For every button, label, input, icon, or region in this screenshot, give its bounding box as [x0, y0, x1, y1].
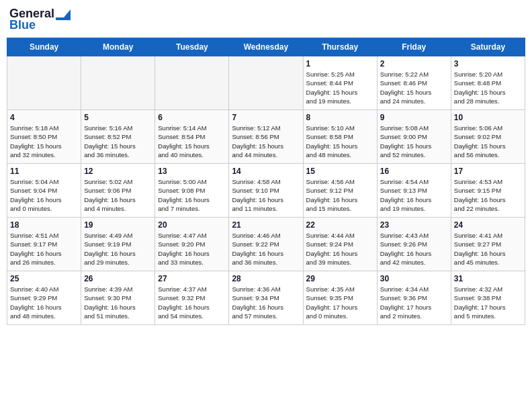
cell-content: Sunrise: 4:58 AMSunset: 9:10 PMDaylight:… [232, 177, 300, 213]
date-number: 15 [306, 167, 374, 176]
calendar-cell: 17Sunrise: 4:53 AMSunset: 9:15 PMDayligh… [451, 164, 525, 218]
calendar-cell: 10Sunrise: 5:06 AMSunset: 9:02 PMDayligh… [451, 110, 525, 164]
calendar-cell: 13Sunrise: 5:00 AMSunset: 9:08 PMDayligh… [155, 164, 229, 218]
date-number: 9 [380, 113, 448, 122]
date-number: 6 [158, 113, 226, 122]
date-number: 24 [454, 220, 522, 230]
cell-content: Sunrise: 4:36 AMSunset: 9:34 PMDaylight:… [232, 285, 300, 320]
calendar-cell: 29Sunrise: 4:35 AMSunset: 9:35 PMDayligh… [303, 271, 377, 325]
date-number: 16 [380, 167, 448, 176]
cell-content: Sunrise: 5:22 AMSunset: 8:46 PMDaylight:… [380, 70, 448, 105]
logo-bird-icon [56, 8, 71, 20]
calendar-body: 1Sunrise: 5:25 AMSunset: 8:44 PMDaylight… [7, 56, 525, 325]
date-number: 25 [10, 274, 78, 283]
cell-content: Sunrise: 5:08 AMSunset: 9:00 PMDaylight:… [380, 124, 448, 159]
cell-content: Sunrise: 4:39 AMSunset: 9:30 PMDaylight:… [84, 285, 152, 320]
calendar-cell: 3Sunrise: 5:20 AMSunset: 8:48 PMDaylight… [451, 56, 525, 110]
cell-content: Sunrise: 4:47 AMSunset: 9:20 PMDaylight:… [158, 231, 226, 267]
calendar-cell [7, 56, 81, 110]
cell-content: Sunrise: 4:35 AMSunset: 9:35 PMDaylight:… [306, 285, 374, 320]
day-header-wednesday: Wednesday [229, 38, 303, 56]
date-number: 10 [454, 113, 522, 122]
calendar-cell: 16Sunrise: 4:54 AMSunset: 9:13 PMDayligh… [377, 164, 451, 218]
cell-content: Sunrise: 4:43 AMSunset: 9:26 PMDaylight:… [380, 231, 448, 267]
date-number: 27 [158, 274, 226, 283]
calendar-cell: 15Sunrise: 4:56 AMSunset: 9:12 PMDayligh… [303, 164, 377, 218]
cell-content: Sunrise: 4:49 AMSunset: 9:19 PMDaylight:… [84, 231, 152, 267]
date-number: 30 [380, 274, 448, 283]
calendar-cell: 19Sunrise: 4:49 AMSunset: 9:19 PMDayligh… [81, 218, 155, 271]
cell-content: Sunrise: 4:56 AMSunset: 9:12 PMDaylight:… [306, 177, 374, 213]
calendar-cell: 26Sunrise: 4:39 AMSunset: 9:30 PMDayligh… [81, 271, 155, 325]
calendar-cell: 9Sunrise: 5:08 AMSunset: 9:00 PMDaylight… [377, 110, 451, 164]
date-number: 13 [158, 167, 226, 176]
calendar-cell: 14Sunrise: 4:58 AMSunset: 9:10 PMDayligh… [229, 164, 303, 218]
calendar-cell: 4Sunrise: 5:18 AMSunset: 8:50 PMDaylight… [7, 110, 81, 164]
day-header-row: SundayMondayTuesdayWednesdayThursdayFrid… [7, 38, 525, 56]
calendar-cell: 22Sunrise: 4:44 AMSunset: 9:24 PMDayligh… [303, 218, 377, 271]
day-header-sunday: Sunday [7, 38, 81, 56]
cell-content: Sunrise: 4:34 AMSunset: 9:36 PMDaylight:… [380, 285, 448, 320]
calendar-cell: 23Sunrise: 4:43 AMSunset: 9:26 PMDayligh… [377, 218, 451, 271]
calendar-cell: 11Sunrise: 5:04 AMSunset: 9:04 PMDayligh… [7, 164, 81, 218]
date-number: 26 [84, 274, 152, 283]
cell-content: Sunrise: 4:54 AMSunset: 9:13 PMDaylight:… [380, 177, 448, 213]
cell-content: Sunrise: 5:06 AMSunset: 9:02 PMDaylight:… [454, 124, 522, 159]
date-number: 2 [380, 59, 448, 68]
calendar-cell: 20Sunrise: 4:47 AMSunset: 9:20 PMDayligh… [155, 218, 229, 271]
cell-content: Sunrise: 4:41 AMSunset: 9:27 PMDaylight:… [454, 231, 522, 267]
date-number: 28 [232, 274, 300, 283]
calendar-cell: 30Sunrise: 4:34 AMSunset: 9:36 PMDayligh… [377, 271, 451, 325]
day-header-tuesday: Tuesday [155, 38, 229, 56]
cell-content: Sunrise: 5:10 AMSunset: 8:58 PMDaylight:… [306, 124, 374, 159]
cell-content: Sunrise: 5:02 AMSunset: 9:06 PMDaylight:… [84, 177, 152, 213]
day-header-saturday: Saturday [451, 38, 525, 56]
calendar-cell: 2Sunrise: 5:22 AMSunset: 8:46 PMDaylight… [377, 56, 451, 110]
calendar-week-2: 4Sunrise: 5:18 AMSunset: 8:50 PMDaylight… [7, 110, 525, 164]
date-number: 5 [84, 113, 152, 122]
date-number: 23 [380, 220, 448, 230]
cell-content: Sunrise: 5:14 AMSunset: 8:54 PMDaylight:… [158, 124, 226, 159]
cell-content: Sunrise: 4:51 AMSunset: 9:17 PMDaylight:… [10, 231, 78, 267]
calendar-week-5: 25Sunrise: 4:40 AMSunset: 9:29 PMDayligh… [7, 271, 525, 325]
day-header-monday: Monday [81, 38, 155, 56]
cell-content: Sunrise: 4:32 AMSunset: 9:38 PMDaylight:… [454, 285, 522, 320]
calendar-cell: 21Sunrise: 4:46 AMSunset: 9:22 PMDayligh… [229, 218, 303, 271]
cell-content: Sunrise: 5:25 AMSunset: 8:44 PMDaylight:… [306, 70, 374, 105]
date-number: 8 [306, 113, 374, 122]
cell-content: Sunrise: 5:00 AMSunset: 9:08 PMDaylight:… [158, 177, 226, 213]
date-number: 12 [84, 167, 152, 176]
calendar-table: SundayMondayTuesdayWednesdayThursdayFrid… [7, 38, 525, 325]
calendar-cell: 27Sunrise: 4:37 AMSunset: 9:32 PMDayligh… [155, 271, 229, 325]
cell-content: Sunrise: 5:20 AMSunset: 8:48 PMDaylight:… [454, 70, 522, 105]
calendar-cell [81, 56, 155, 110]
date-number: 19 [84, 220, 152, 230]
date-number: 4 [10, 113, 78, 122]
date-number: 11 [10, 167, 78, 176]
date-number: 14 [232, 167, 300, 176]
cell-content: Sunrise: 4:40 AMSunset: 9:29 PMDaylight:… [10, 285, 78, 320]
calendar-cell: 8Sunrise: 5:10 AMSunset: 8:58 PMDaylight… [303, 110, 377, 164]
calendar-week-4: 18Sunrise: 4:51 AMSunset: 9:17 PMDayligh… [7, 218, 525, 271]
calendar-cell: 12Sunrise: 5:02 AMSunset: 9:06 PMDayligh… [81, 164, 155, 218]
calendar-cell: 18Sunrise: 4:51 AMSunset: 9:17 PMDayligh… [7, 218, 81, 271]
day-header-friday: Friday [377, 38, 451, 56]
cell-content: Sunrise: 5:12 AMSunset: 8:56 PMDaylight:… [232, 124, 300, 159]
date-number: 21 [232, 220, 300, 230]
date-number: 17 [454, 167, 522, 176]
calendar-cell [155, 56, 229, 110]
page-header: General Blue [7, 7, 525, 32]
calendar-cell: 1Sunrise: 5:25 AMSunset: 8:44 PMDaylight… [303, 56, 377, 110]
date-number: 31 [454, 274, 522, 283]
logo-blue: Blue [9, 18, 36, 32]
calendar-week-1: 1Sunrise: 5:25 AMSunset: 8:44 PMDaylight… [7, 56, 525, 110]
cell-content: Sunrise: 5:04 AMSunset: 9:04 PMDaylight:… [10, 177, 78, 213]
cell-content: Sunrise: 4:37 AMSunset: 9:32 PMDaylight:… [158, 285, 226, 320]
calendar-cell: 31Sunrise: 4:32 AMSunset: 9:38 PMDayligh… [451, 271, 525, 325]
cell-content: Sunrise: 4:46 AMSunset: 9:22 PMDaylight:… [232, 231, 300, 267]
calendar-cell: 5Sunrise: 5:16 AMSunset: 8:52 PMDaylight… [81, 110, 155, 164]
date-number: 18 [10, 220, 78, 230]
calendar-week-3: 11Sunrise: 5:04 AMSunset: 9:04 PMDayligh… [7, 164, 525, 218]
day-header-thursday: Thursday [303, 38, 377, 56]
svg-marker-0 [56, 9, 71, 20]
